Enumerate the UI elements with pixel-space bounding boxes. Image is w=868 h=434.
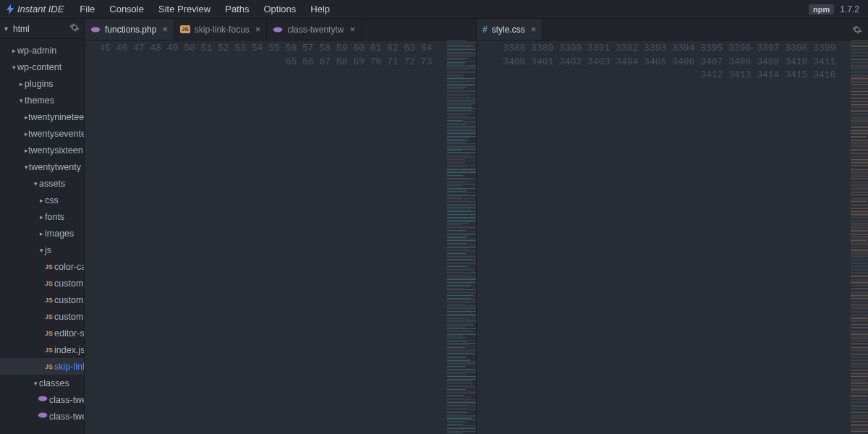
menubar: Instant IDE FileConsoleSite PreviewPaths… (0, 0, 868, 19)
file-customize-preview-js[interactable]: JScustomize-preview.js (0, 292, 84, 308)
version-label: 1.7.2 (840, 4, 862, 14)
svg-point-2 (91, 27, 101, 32)
tab-functions-php[interactable]: functions.php× (85, 19, 174, 40)
sidebar-root-label: html (12, 24, 69, 34)
file-editor-script-block-js[interactable]: JSeditor-script-block.js (0, 325, 84, 341)
gutter-left: 45 46 47 48 49 50 51 52 53 54 55 56 57 5… (85, 41, 441, 434)
folder-wp-admin[interactable]: ▸wp-admin (0, 42, 84, 59)
svg-point-3 (273, 27, 283, 32)
menu-item-site-preview[interactable]: Site Preview (151, 4, 218, 14)
close-icon[interactable]: × (531, 24, 537, 35)
file-tree: ▸wp-admin▾wp-content▸plugins▾themes▸twen… (0, 39, 84, 427)
tab-skip-link-focus[interactable]: JSskip-link-focus× (174, 19, 267, 40)
gear-icon[interactable] (69, 22, 80, 35)
js-icon: JS (180, 25, 190, 33)
editor-pane-right: #style.css× 3388 3389 3390 3391 3392 339… (477, 19, 868, 434)
npm-badge[interactable]: npm (809, 4, 834, 14)
file-color-calculations-js[interactable]: JScolor-calculations.js (0, 258, 84, 275)
css-icon: # (482, 25, 488, 35)
chevron-down-icon: ▾ (4, 25, 12, 33)
sidebar: ▾ html ▸wp-admin▾wp-content▸plugins▾them… (0, 19, 85, 434)
svg-point-0 (38, 396, 48, 401)
menu-item-paths[interactable]: Paths (218, 4, 256, 14)
folder-wp-content[interactable]: ▾wp-content (0, 59, 84, 75)
menu-item-help[interactable]: Help (303, 4, 337, 14)
code-area-left[interactable]: 45 46 47 48 49 50 51 52 53 54 55 56 57 5… (85, 41, 476, 434)
menu-item-console[interactable]: Console (102, 4, 151, 14)
close-icon[interactable]: × (162, 24, 168, 35)
php-icon (90, 25, 101, 35)
folder-fonts[interactable]: ▸fonts (0, 208, 84, 225)
bolt-icon (6, 4, 14, 14)
tab-class-twentytw[interactable]: class-twentytw× (267, 19, 362, 40)
file-customize-js[interactable]: JScustomize.js (0, 308, 84, 325)
file-index-js[interactable]: JSindex.js (0, 341, 84, 358)
file-class-twentytwenty-customize-php[interactable]: class-twentytwenty-customize.php (0, 391, 84, 408)
editor-pane-left: functions.php×JSskip-link-focus×class-tw… (85, 19, 477, 434)
file-class-twentytwenty-non-latin-php[interactable]: class-twentytwenty-non-latin.php (0, 408, 84, 425)
folder-twentytwenty[interactable]: ▾twentytwenty (0, 158, 84, 175)
tab-style-css[interactable]: #style.css× (477, 19, 542, 40)
folder-css[interactable]: ▸css (0, 192, 84, 208)
app-logo: Instant IDE (6, 4, 64, 14)
gear-icon[interactable] (846, 19, 868, 40)
folder-themes[interactable]: ▾themes (0, 92, 84, 109)
folder-twentyseventeen[interactable]: ▸twentyseventeen (0, 125, 84, 142)
menu-item-file[interactable]: File (72, 4, 102, 14)
svg-point-1 (38, 413, 48, 418)
app-title: Instant IDE (17, 4, 64, 14)
close-icon[interactable]: × (349, 24, 355, 35)
close-icon[interactable]: × (255, 24, 261, 35)
gutter-right: 3388 3389 3390 3391 3392 3393 3394 3395 … (477, 41, 844, 434)
file-customize-controls-js[interactable]: JScustomize-controls.js (0, 275, 84, 292)
folder-js[interactable]: ▾js (0, 242, 84, 258)
tabbar-left: functions.php×JSskip-link-focus×class-tw… (85, 19, 476, 41)
folder-twentynineteen[interactable]: ▸twentynineteen (0, 109, 84, 125)
tabbar-right: #style.css× (477, 19, 868, 41)
folder-images[interactable]: ▸images (0, 225, 84, 242)
folder-assets[interactable]: ▾assets (0, 175, 84, 192)
code-area-right[interactable]: 3388 3389 3390 3391 3392 3393 3394 3395 … (477, 41, 868, 434)
folder-twentysixteen[interactable]: ▸twentysixteen (0, 142, 84, 158)
php-icon (273, 25, 283, 35)
sidebar-header[interactable]: ▾ html (0, 19, 84, 39)
minimap-left[interactable] (445, 41, 476, 434)
folder-classes[interactable]: ▾classes (0, 375, 84, 391)
file-skip-link-focus-fix-js[interactable]: JSskip-link-focus-fix.js (0, 358, 84, 375)
folder-plugins[interactable]: ▸plugins (0, 75, 84, 92)
menu-item-options[interactable]: Options (256, 4, 303, 14)
minimap-right[interactable] (848, 41, 868, 434)
